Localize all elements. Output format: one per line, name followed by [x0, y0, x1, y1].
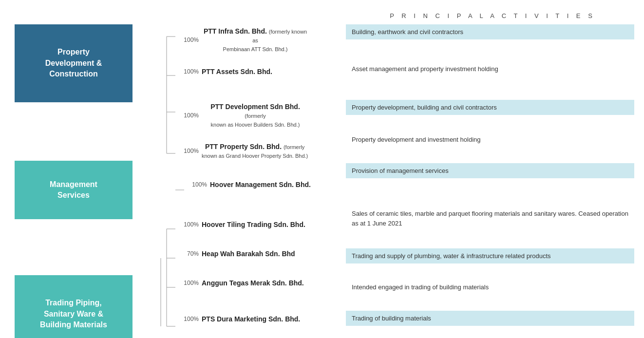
- main-container: PropertyDevelopment &Construction Manage…: [0, 0, 644, 338]
- categories-column: PropertyDevelopment &Construction Manage…: [0, 10, 136, 338]
- activity-trading-supply: Trading and supply of plumbing, water & …: [346, 248, 634, 263]
- name-ptt-assets: PTT Assets Sdn. Bhd.: [202, 67, 272, 76]
- company-row-ptt-property: 100% PTT Property Sdn. Bhd. (formerlykno…: [174, 142, 308, 160]
- pct-ptt-property: 100%: [174, 148, 199, 154]
- category-construction: PropertyDevelopment &Construction: [15, 24, 133, 102]
- tree-lines-svg: [136, 10, 341, 338]
- name-heap-wah: Heap Wah Barakah Sdn. Bhd: [202, 249, 295, 258]
- activity-property-dev-building: Property development, building and civil…: [346, 100, 634, 115]
- activity-trading-building-text: Trading of building materials: [352, 315, 431, 322]
- activity-trading-building: Trading of building materials: [346, 311, 634, 326]
- activity-building-earthwork: Building, earthwork and civil contractor…: [346, 24, 634, 39]
- company-row-ptt-assets: 100% PTT Assets Sdn. Bhd.: [174, 67, 272, 76]
- pct-pts-dura: 100%: [174, 316, 199, 322]
- category-management-label: ManagementServices: [50, 179, 97, 201]
- activity-management-services-text: Provision of management services: [352, 167, 449, 174]
- name-ptt-development: PTT Development Sdn Bhd. (formerlyknown …: [202, 102, 309, 129]
- company-row-pts-dura: 100% PTS Dura Marketing Sdn. Bhd.: [174, 315, 300, 323]
- activities-section: P R I N C I P A L A C T I V I T I E S Bu…: [341, 10, 644, 338]
- activity-ceramic-tiles: Sales of ceramic tiles, marble and parqu…: [346, 207, 634, 230]
- category-management: ManagementServices: [15, 161, 133, 219]
- category-construction-label: PropertyDevelopment &Construction: [45, 47, 102, 79]
- company-row-hoover-management: 100% Hoover Management Sdn. Bhd.: [183, 180, 311, 189]
- category-trading-label: Trading Piping,Sanitary Ware &Building M…: [40, 298, 107, 330]
- activity-property-dev-invest-text: Property development and investment hold…: [352, 136, 481, 143]
- name-hoover-management: Hoover Management Sdn. Bhd.: [210, 180, 311, 189]
- activity-asset-management: Asset management and property investment…: [346, 63, 634, 75]
- name-pts-dura: PTS Dura Marketing Sdn. Bhd.: [202, 315, 300, 323]
- pct-ptt-infra: 100%: [174, 37, 199, 43]
- activity-intended-engaged-text: Intended engaged in trading of building …: [352, 283, 489, 291]
- activity-building-earthwork-text: Building, earthwork and civil contractor…: [352, 28, 463, 36]
- name-anggun-tegas: Anggun Tegas Merak Sdn. Bhd.: [202, 279, 304, 287]
- activity-management-services: Provision of management services: [346, 163, 634, 178]
- activities-header: P R I N C I P A L A C T I V I T I E S: [351, 10, 634, 19]
- name-hoover-tiling: Hoover Tiling Trading Sdn. Bhd.: [202, 220, 305, 229]
- pct-ptt-assets: 100%: [174, 68, 199, 75]
- name-ptt-infra: PTT Infra Sdn. Bhd. (formerly known asPe…: [202, 27, 309, 54]
- activity-trading-supply-text: Trading and supply of plumbing, water & …: [352, 252, 551, 260]
- pct-ptt-development: 100%: [174, 112, 199, 119]
- activity-property-dev-invest: Property development and investment hold…: [346, 134, 634, 145]
- company-row-hoover-tiling: 100% Hoover Tiling Trading Sdn. Bhd.: [174, 220, 305, 229]
- company-row-ptt-infra: 100% PTT Infra Sdn. Bhd. (formerly known…: [174, 27, 309, 54]
- category-trading: Trading Piping,Sanitary Ware &Building M…: [15, 275, 133, 338]
- activity-property-dev-building-text: Property development, building and civil…: [352, 104, 497, 111]
- company-row-ptt-development: 100% PTT Development Sdn Bhd. (formerlyk…: [174, 102, 309, 129]
- activities-header-label: P R I N C I P A L A C T I V I T I E S: [390, 12, 595, 19]
- company-row-heap-wah: 70% Heap Wah Barakah Sdn. Bhd: [174, 249, 295, 258]
- pct-hoover-tiling: 100%: [174, 221, 199, 228]
- pct-hoover-management: 100%: [183, 181, 207, 188]
- pct-heap-wah: 70%: [174, 250, 199, 257]
- name-ptt-property: PTT Property Sdn. Bhd. (formerlyknown as…: [202, 142, 308, 160]
- company-row-anggun-tegas: 100% Anggun Tegas Merak Sdn. Bhd.: [174, 279, 304, 287]
- pct-anggun-tegas: 100%: [174, 280, 199, 286]
- activity-ceramic-tiles-text: Sales of ceramic tiles, marble and parqu…: [352, 210, 628, 227]
- tree-section: 100% PTT Infra Sdn. Bhd. (formerly known…: [136, 10, 341, 338]
- activity-asset-management-text: Asset management and property investment…: [352, 65, 498, 73]
- activity-intended-engaged: Intended engaged in trading of building …: [346, 282, 634, 293]
